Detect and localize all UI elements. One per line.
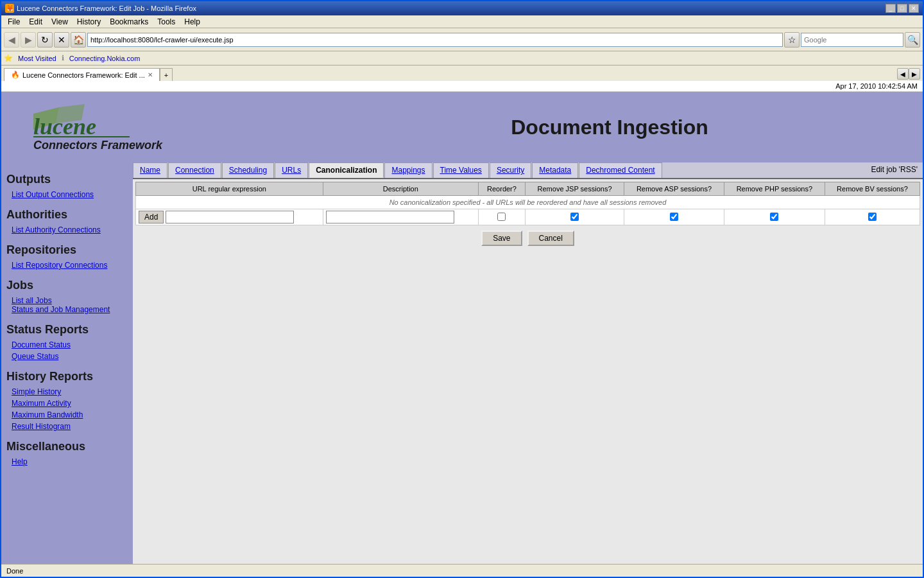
sidebar-link-document-status[interactable]: Document Status bbox=[1, 339, 133, 351]
maximize-button[interactable]: □ bbox=[897, 4, 907, 13]
sidebar-section-history: History Reports bbox=[1, 365, 133, 386]
menu-tools[interactable]: Tools bbox=[153, 17, 179, 27]
description-input[interactable] bbox=[326, 211, 454, 223]
col-remove-php: Remove PHP sessions? bbox=[724, 182, 825, 196]
search-button[interactable]: 🔍 bbox=[905, 32, 920, 48]
table-area: URL regular expression Description Reord… bbox=[133, 179, 923, 564]
sidebar-link-list-authority[interactable]: List Authority Connections bbox=[1, 224, 133, 236]
minimize-button[interactable]: _ bbox=[886, 4, 896, 13]
cancel-button[interactable]: Cancel bbox=[527, 231, 574, 246]
sidebar-section-jobs: Jobs bbox=[1, 274, 133, 295]
tab-favicon: 🔥 bbox=[11, 71, 20, 79]
tab-title: Lucene Connectors Framework: Edit ... bbox=[22, 71, 145, 79]
canonicalization-table: URL regular expression Description Reord… bbox=[135, 182, 920, 225]
svg-text:Connectors Framework: Connectors Framework bbox=[33, 139, 163, 152]
toolbar: ◀ ▶ ↻ ✕ 🏠 ☆ 🔍 bbox=[1, 28, 923, 51]
sidebar-link-queue-status[interactable]: Queue Status bbox=[1, 351, 133, 362]
tab-name[interactable]: Name bbox=[133, 162, 167, 178]
col-remove-bv: Remove BV sessions? bbox=[825, 182, 920, 196]
reorder-checkbox[interactable] bbox=[497, 213, 506, 221]
new-tab-button[interactable]: + bbox=[160, 68, 173, 81]
tab-strip: Name Connection Scheduling URLs Canonica… bbox=[133, 162, 923, 179]
menu-history[interactable]: History bbox=[73, 17, 105, 27]
sidebar-link-max-bandwidth[interactable]: Maximum Bandwidth bbox=[1, 409, 133, 421]
add-row-cell: Add bbox=[136, 209, 323, 225]
home-button[interactable]: 🏠 bbox=[71, 32, 86, 48]
add-input-row: Add bbox=[136, 209, 920, 225]
edit-job-label: Edit job 'RSS' bbox=[866, 162, 923, 178]
main-area: Outputs List Output Connections Authorit… bbox=[1, 162, 923, 564]
tab-connection[interactable]: Connection bbox=[168, 162, 221, 178]
menu-view[interactable]: View bbox=[47, 17, 72, 27]
tab-time-values[interactable]: Time Values bbox=[433, 162, 489, 178]
tab-urls[interactable]: URLs bbox=[275, 162, 308, 178]
forward-button[interactable]: ▶ bbox=[21, 32, 36, 48]
bookmark-nokia[interactable]: Connecting.Nokia.com bbox=[69, 55, 141, 62]
status-text: Done bbox=[6, 567, 23, 575]
sidebar-link-list-output[interactable]: List Output Connections bbox=[1, 189, 133, 200]
address-bar-container bbox=[87, 33, 783, 47]
col-reorder: Reorder? bbox=[479, 182, 526, 196]
col-url-regex: URL regular expression bbox=[136, 182, 323, 196]
sidebar-section-misc: Miscellaneous bbox=[1, 435, 133, 456]
sidebar-link-max-activity[interactable]: Maximum Activity bbox=[1, 398, 133, 409]
col-description: Description bbox=[323, 182, 478, 196]
title-bar-left: 🦊 Lucene Connectors Framework: Edit Job … bbox=[5, 4, 196, 13]
back-button[interactable]: ◀ bbox=[4, 32, 19, 48]
col-remove-asp: Remove ASP sessions? bbox=[624, 182, 724, 196]
table-header-row: URL regular expression Description Reord… bbox=[136, 182, 920, 196]
stop-button[interactable]: ✕ bbox=[54, 32, 69, 48]
menu-edit[interactable]: Edit bbox=[25, 17, 46, 27]
remove-php-cell bbox=[724, 209, 825, 225]
window-title: Lucene Connectors Framework: Edit Job - … bbox=[17, 4, 196, 12]
bookmark-star[interactable]: ☆ bbox=[784, 32, 800, 48]
tab-metadata[interactable]: Metadata bbox=[532, 162, 578, 178]
sidebar-link-simple-history[interactable]: Simple History bbox=[1, 386, 133, 398]
remove-jsp-checkbox[interactable] bbox=[570, 213, 579, 221]
datetime-display: Apr 17, 2010 10:42:54 AM bbox=[835, 82, 918, 90]
browser-icon: 🦊 bbox=[5, 4, 14, 13]
scroll-right-button[interactable]: ▶ bbox=[909, 68, 920, 80]
description-cell bbox=[323, 209, 478, 225]
bookmarks-bar: ⭐ Most Visited ℹ Connecting.Nokia.com bbox=[1, 51, 923, 66]
status-bar: Done bbox=[1, 564, 923, 577]
sidebar-section-repositories: Repositories bbox=[1, 238, 133, 259]
menu-file[interactable]: File bbox=[4, 17, 24, 27]
tab-mappings[interactable]: Mappings bbox=[384, 162, 432, 178]
sidebar-link-help[interactable]: Help bbox=[1, 456, 133, 468]
sidebar-section-status-reports: Status Reports bbox=[1, 318, 133, 339]
bookmark-most-visited[interactable]: Most Visited bbox=[18, 55, 56, 62]
tab-dechromed-content[interactable]: Dechromed Content bbox=[579, 162, 662, 178]
remove-jsp-cell bbox=[525, 209, 624, 225]
tab-canonicalization[interactable]: Canonicalization bbox=[309, 162, 384, 178]
sidebar-section-outputs: Outputs bbox=[1, 168, 133, 189]
reload-button[interactable]: ↻ bbox=[37, 32, 53, 48]
scroll-left-button[interactable]: ◀ bbox=[897, 68, 909, 80]
remove-bv-cell bbox=[825, 209, 920, 225]
add-button[interactable]: Add bbox=[139, 211, 164, 223]
remove-asp-checkbox[interactable] bbox=[670, 213, 678, 221]
address-input[interactable] bbox=[87, 33, 783, 47]
sidebar-link-list-jobs[interactable]: List all JobsStatus and Job Management bbox=[1, 295, 133, 315]
remove-php-checkbox[interactable] bbox=[770, 213, 778, 221]
tab-scheduling[interactable]: Scheduling bbox=[222, 162, 274, 178]
menu-bookmarks[interactable]: Bookmarks bbox=[106, 17, 152, 27]
sidebar-section-authorities: Authorities bbox=[1, 203, 133, 224]
sidebar-link-result-histogram[interactable]: Result Histogram bbox=[1, 421, 133, 432]
content-area: Name Connection Scheduling URLs Canonica… bbox=[133, 162, 923, 564]
save-button[interactable]: Save bbox=[481, 231, 522, 246]
datetime-bar: Apr 17, 2010 10:42:54 AM bbox=[1, 81, 923, 92]
url-regex-input[interactable] bbox=[166, 211, 294, 223]
search-input[interactable] bbox=[801, 33, 903, 47]
sidebar-link-list-repository[interactable]: List Repository Connections bbox=[1, 259, 133, 271]
header-area: lucene Connectors Framework Document Ing… bbox=[1, 92, 923, 162]
reorder-cell bbox=[479, 209, 526, 225]
sidebar: Outputs List Output Connections Authorit… bbox=[1, 162, 133, 564]
menu-help[interactable]: Help bbox=[180, 17, 204, 27]
tab-security[interactable]: Security bbox=[490, 162, 531, 178]
close-button[interactable]: ✕ bbox=[909, 4, 919, 13]
remove-bv-checkbox[interactable] bbox=[868, 213, 877, 221]
remove-asp-cell bbox=[624, 209, 724, 225]
browser-tab-active[interactable]: 🔥 Lucene Connectors Framework: Edit ... … bbox=[4, 68, 160, 81]
tab-close-button[interactable]: ✕ bbox=[148, 71, 153, 78]
